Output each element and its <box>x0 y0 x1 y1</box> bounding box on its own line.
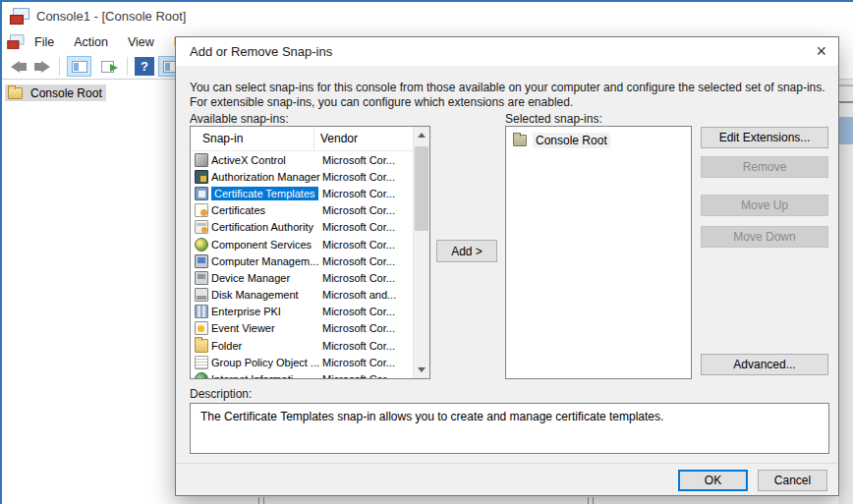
window-titlebar: Console1 - [Console Root] <box>2 2 853 29</box>
menu-view[interactable]: View <box>118 32 164 52</box>
device-manager-icon <box>195 271 208 285</box>
column-header-snapin[interactable]: Snap-in <box>191 127 313 150</box>
toolbar-separator <box>59 57 60 76</box>
dialog-title: Add or Remove Snap-ins <box>190 44 332 59</box>
activex-control-icon <box>195 153 208 167</box>
close-icon[interactable]: × <box>816 39 826 63</box>
snapin-name: Internet Informati... <box>211 373 302 378</box>
folder-icon <box>195 339 208 353</box>
snapin-name: Authorization Manager <box>211 171 320 183</box>
snapin-name: Computer Managem... <box>211 255 318 267</box>
snapin-row[interactable]: Disk Management Microsoft and... <box>191 287 413 304</box>
ok-button[interactable]: OK <box>678 470 748 491</box>
list-rows: ActiveX Control Microsoft Cor... Authori… <box>191 151 413 378</box>
snapin-row[interactable]: Certificates Microsoft Cor... <box>191 202 413 219</box>
selected-snapins-list: Console Root <box>505 126 692 379</box>
help-icon: ? <box>141 59 148 74</box>
description-label: Description: <box>190 387 252 401</box>
console-tree-icon <box>72 61 87 73</box>
dialog-titlebar: Add or Remove Snap-ins × <box>176 37 838 66</box>
snapin-row[interactable]: Device Manager Microsoft Cor... <box>191 269 413 286</box>
actions-pane-edge <box>838 80 853 504</box>
snapin-vendor: Microsoft Cor... <box>322 188 395 199</box>
snapin-name: Certification Authority <box>211 221 313 233</box>
snapin-vendor: Microsoft Cor... <box>322 272 395 284</box>
snapin-vendor: Microsoft Cor... <box>322 221 395 233</box>
tree-item-console-root[interactable]: Console Root <box>5 84 106 101</box>
snapin-row-selected[interactable]: Certificate Templates Microsoft Cor... <box>191 185 413 201</box>
certificates-icon <box>195 203 208 217</box>
snapin-row[interactable]: Certification Authority Microsoft Cor... <box>191 219 413 236</box>
group-policy-object-icon <box>195 356 208 369</box>
scrollbar-thumb[interactable] <box>415 146 428 231</box>
snapin-row[interactable]: Folder Microsoft Cor... <box>191 337 413 354</box>
snapin-name: Enterprise PKI <box>211 306 281 317</box>
back-arrow-icon[interactable] <box>11 61 27 73</box>
snapin-row[interactable]: Authorization Manager Microsoft Cor... <box>191 168 413 185</box>
column-header-vendor[interactable]: Vendor <box>313 127 414 150</box>
toolbar-separator <box>127 57 128 76</box>
snapin-row[interactable]: Computer Managem... Microsoft Cor... <box>191 252 413 269</box>
description-box: The Certificate Templates snap-in allows… <box>190 403 829 454</box>
available-snapins-label: Available snap-ins: <box>190 112 289 126</box>
add-button[interactable]: Add > <box>436 240 497 262</box>
menu-file[interactable]: File <box>25 32 64 52</box>
snapin-row[interactable]: Event Viewer Microsoft Cor... <box>191 320 413 337</box>
component-services-icon <box>195 238 208 252</box>
snapin-vendor: Microsoft Cor... <box>322 322 395 334</box>
export-list-button[interactable] <box>95 56 120 77</box>
snapin-name: ActiveX Control <box>211 154 286 166</box>
enterprise-pki-icon <box>195 305 208 318</box>
edit-extensions-button[interactable]: Edit Extensions... <box>701 127 828 148</box>
export-list-icon <box>101 61 114 73</box>
snapin-vendor: Microsoft Cor... <box>322 306 395 317</box>
menu-action[interactable]: Action <box>64 32 118 52</box>
advanced-button[interactable]: Advanced... <box>701 354 828 375</box>
event-viewer-icon <box>195 321 208 335</box>
snapin-vendor: Microsoft Cor... <box>322 171 395 183</box>
remove-button[interactable]: Remove <box>701 156 828 178</box>
snapin-name: Device Manager <box>211 272 290 284</box>
selected-snapin-row[interactable]: Console Root <box>506 127 691 148</box>
column-divider-mark <box>588 497 594 504</box>
folder-icon <box>8 87 23 99</box>
description-text: The Certificate Templates snap-in allows… <box>200 410 663 423</box>
window-title: Console1 - [Console Root] <box>36 9 186 24</box>
disk-management-icon <box>195 288 208 302</box>
snapin-name: Group Policy Object ... <box>211 357 319 368</box>
snapin-name: Event Viewer <box>211 322 275 334</box>
dialog-footer-divider <box>176 463 838 464</box>
cancel-button[interactable]: Cancel <box>758 470 827 491</box>
scroll-down-icon[interactable] <box>414 362 429 378</box>
add-remove-snapins-dialog: Add or Remove Snap-ins × You can select … <box>175 36 839 496</box>
available-snapins-list: Snap-in Vendor ActiveX Control Microsoft… <box>190 126 430 379</box>
pane-divider <box>838 84 853 86</box>
screen: Console1 - [Console Root] File Action Vi… <box>0 0 853 504</box>
snapin-name: Disk Management <box>211 289 299 301</box>
snapin-row[interactable]: ActiveX Control Microsoft Cor... <box>191 151 413 168</box>
move-down-button[interactable]: Move Down <box>701 226 828 248</box>
snapin-vendor: Microsoft Cor... <box>322 204 395 216</box>
internet-information-icon <box>195 372 208 378</box>
dialog-intro-text: You can select snap-ins for this console… <box>190 81 826 110</box>
snapin-row[interactable]: Group Policy Object ... Microsoft Cor... <box>191 354 413 370</box>
snapin-vendor: Microsoft Cor... <box>322 239 395 251</box>
scrollbar[interactable] <box>413 127 429 378</box>
snapin-name: Folder <box>211 340 242 352</box>
pane-divider <box>838 101 853 103</box>
certification-authority-icon <box>195 220 208 234</box>
scroll-up-icon[interactable] <box>414 127 429 143</box>
snapin-row[interactable]: Component Services Microsoft Cor... <box>191 236 413 252</box>
list-header: Snap-in Vendor <box>191 127 414 151</box>
snapin-row[interactable]: Internet Informati... Microsoft Cor... <box>191 370 413 378</box>
help-button[interactable]: ? <box>135 57 154 76</box>
snapin-row[interactable]: Enterprise PKI Microsoft Cor... <box>191 304 413 320</box>
snapin-vendor: Microsoft Cor... <box>322 154 395 166</box>
selected-snapin-name: Console Root <box>533 133 610 148</box>
certificate-templates-icon <box>195 187 208 200</box>
snapin-name: Certificate Templates <box>211 187 318 200</box>
move-up-button[interactable]: Move Up <box>701 195 828 216</box>
show-console-tree-button[interactable] <box>67 56 91 77</box>
snapin-vendor: Microsoft Cor... <box>322 255 395 267</box>
forward-arrow-icon[interactable] <box>34 61 50 73</box>
